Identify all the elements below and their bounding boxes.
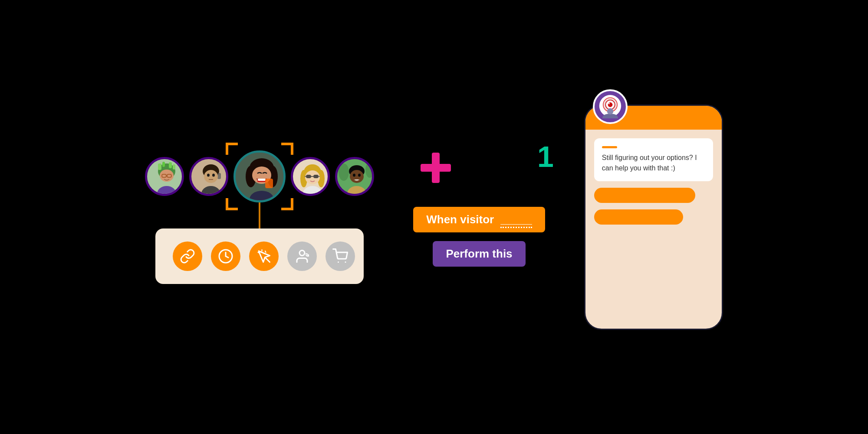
svg-rect-34 [313,175,319,178]
avatar-1-face [147,159,182,194]
chat-action-bar-2[interactable] [594,209,684,225]
decoration-number: 1 [537,142,554,171]
svg-rect-5 [173,164,175,170]
svg-rect-25 [258,179,266,181]
avatar-4 [291,157,330,196]
right-section: Still figuring out your options? I can h… [584,104,723,330]
avatar-2 [189,157,228,196]
when-visitor-text: When visitor [426,213,494,226]
avatar-3-active [233,150,286,202]
action-icon-clock[interactable] [211,241,240,271]
action-icon-link[interactable] [173,241,202,271]
svg-point-52 [299,250,305,255]
action-panel [155,228,364,284]
left-section [145,150,374,284]
svg-point-15 [207,173,210,176]
content-wrapper: 1 When visitor _____ Perform this [145,104,723,330]
chat-action-bar-1[interactable] [594,188,695,203]
svg-rect-2 [158,163,161,170]
plus-vertical [432,153,440,183]
svg-point-54 [345,261,346,263]
action-icon-click[interactable] [249,241,279,271]
svg-rect-26 [265,179,273,188]
avatar-5-face [337,159,372,194]
middle-section: 1 When visitor _____ Perform this [413,168,545,267]
avatar-2-face [191,159,226,194]
action-icon-cart[interactable] [326,241,355,271]
avatar-4-face [293,159,328,194]
bracket-br [281,198,293,210]
bracket-tl [226,143,238,155]
avatar-1 [145,157,184,196]
bracket-bl [226,198,238,210]
scene: 1 When visitor _____ Perform this [0,0,868,434]
svg-point-53 [338,261,339,263]
svg-point-44 [353,173,355,176]
action-icon-user-refresh[interactable] [287,241,317,271]
avatar-5 [335,157,374,196]
when-visitor-underline: _____ [500,213,532,228]
bracket-tr [281,143,293,155]
svg-rect-13 [217,173,221,179]
chat-bubble: Still figuring out your options? I can h… [594,138,713,181]
svg-line-50 [265,251,266,252]
svg-rect-33 [306,175,311,178]
svg-point-45 [358,173,361,176]
svg-rect-4 [169,162,172,168]
phone-content: Still figuring out your options? I can h… [585,130,722,233]
phone-mockup: Still figuring out your options? I can h… [584,104,723,330]
chat-message-text: Still figuring out your options? I can h… [602,153,705,173]
connector-line [259,202,260,228]
svg-point-40 [339,163,349,181]
when-visitor-badge[interactable]: When visitor _____ [413,207,545,232]
svg-rect-3 [162,162,165,167]
active-avatar-wrapper [233,150,286,202]
svg-point-61 [607,108,613,114]
perform-this-badge[interactable]: Perform this [433,241,525,267]
robot-avatar [593,89,628,124]
perform-this-text: Perform this [446,247,512,260]
plus-decoration [421,153,451,183]
svg-point-60 [608,103,610,104]
chat-accent-bar [602,146,617,148]
svg-point-14 [204,170,218,183]
avatars-row [145,150,374,202]
svg-point-16 [212,173,215,176]
svg-line-51 [258,252,260,253]
svg-line-48 [266,258,270,262]
